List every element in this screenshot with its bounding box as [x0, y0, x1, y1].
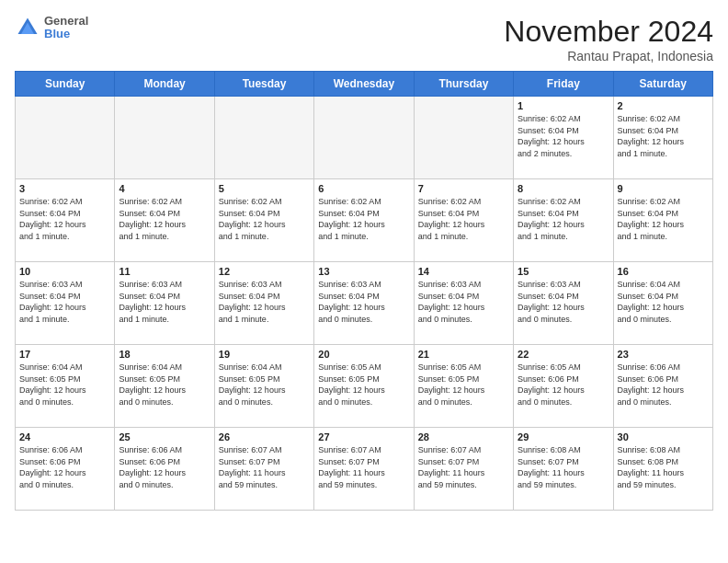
weekday-header-row: SundayMondayTuesdayWednesdayThursdayFrid… — [16, 72, 713, 97]
calendar-cell: 27Sunrise: 6:07 AM Sunset: 6:07 PM Dayli… — [314, 428, 414, 511]
weekday-header: Friday — [514, 72, 613, 97]
calendar-cell: 24Sunrise: 6:06 AM Sunset: 6:06 PM Dayli… — [16, 428, 115, 511]
day-info: Sunrise: 6:04 AM Sunset: 6:05 PM Dayligh… — [19, 362, 110, 408]
calendar-cell: 18Sunrise: 6:04 AM Sunset: 6:05 PM Dayli… — [115, 345, 214, 428]
calendar-cell — [16, 97, 115, 179]
calendar-cell: 4Sunrise: 6:02 AM Sunset: 6:04 PM Daylig… — [115, 179, 214, 262]
day-number: 21 — [418, 349, 509, 360]
day-number: 10 — [19, 266, 110, 277]
calendar-cell — [414, 97, 513, 179]
day-number: 26 — [219, 431, 310, 442]
calendar-cell: 15Sunrise: 6:03 AM Sunset: 6:04 PM Dayli… — [514, 262, 613, 345]
day-number: 24 — [19, 431, 110, 442]
day-info: Sunrise: 6:02 AM Sunset: 6:04 PM Dayligh… — [518, 113, 609, 159]
location-title: Rantau Prapat, Indonesia — [504, 49, 713, 63]
calendar-cell: 19Sunrise: 6:04 AM Sunset: 6:05 PM Dayli… — [214, 345, 313, 428]
calendar-week-row: 10Sunrise: 6:03 AM Sunset: 6:04 PM Dayli… — [16, 262, 713, 345]
day-number: 23 — [618, 349, 709, 360]
day-info: Sunrise: 6:02 AM Sunset: 6:04 PM Dayligh… — [19, 196, 110, 242]
day-info: Sunrise: 6:05 AM Sunset: 6:05 PM Dayligh… — [418, 362, 509, 408]
calendar-cell: 26Sunrise: 6:07 AM Sunset: 6:07 PM Dayli… — [214, 428, 313, 511]
weekday-header: Wednesday — [314, 72, 414, 97]
weekday-header: Saturday — [613, 72, 712, 97]
day-number: 14 — [418, 266, 509, 277]
day-number: 2 — [618, 100, 709, 111]
calendar-cell — [314, 97, 414, 179]
calendar-cell: 3Sunrise: 6:02 AM Sunset: 6:04 PM Daylig… — [16, 179, 115, 262]
calendar-cell: 11Sunrise: 6:03 AM Sunset: 6:04 PM Dayli… — [115, 262, 214, 345]
day-number: 9 — [618, 183, 709, 194]
calendar-week-row: 3Sunrise: 6:02 AM Sunset: 6:04 PM Daylig… — [16, 179, 713, 262]
day-info: Sunrise: 6:06 AM Sunset: 6:06 PM Dayligh… — [119, 444, 210, 490]
day-number: 16 — [618, 266, 709, 277]
day-number: 8 — [518, 183, 609, 194]
title-block: November 2024 Rantau Prapat, Indonesia — [504, 15, 713, 63]
day-info: Sunrise: 6:07 AM Sunset: 6:07 PM Dayligh… — [219, 444, 310, 490]
day-number: 18 — [119, 349, 210, 360]
calendar-week-row: 24Sunrise: 6:06 AM Sunset: 6:06 PM Dayli… — [16, 428, 713, 511]
calendar-cell: 30Sunrise: 6:08 AM Sunset: 6:08 PM Dayli… — [613, 428, 712, 511]
calendar-cell: 28Sunrise: 6:07 AM Sunset: 6:07 PM Dayli… — [414, 428, 513, 511]
day-number: 27 — [318, 431, 409, 442]
day-info: Sunrise: 6:03 AM Sunset: 6:04 PM Dayligh… — [19, 279, 110, 325]
day-number: 11 — [119, 266, 210, 277]
calendar-cell: 2Sunrise: 6:02 AM Sunset: 6:04 PM Daylig… — [613, 97, 712, 179]
day-number: 25 — [119, 431, 210, 442]
day-info: Sunrise: 6:03 AM Sunset: 6:04 PM Dayligh… — [219, 279, 310, 325]
day-info: Sunrise: 6:06 AM Sunset: 6:06 PM Dayligh… — [618, 362, 709, 408]
day-info: Sunrise: 6:05 AM Sunset: 6:05 PM Dayligh… — [318, 362, 409, 408]
day-info: Sunrise: 6:02 AM Sunset: 6:04 PM Dayligh… — [318, 196, 409, 242]
day-info: Sunrise: 6:02 AM Sunset: 6:04 PM Dayligh… — [618, 196, 709, 242]
calendar-cell: 12Sunrise: 6:03 AM Sunset: 6:04 PM Dayli… — [214, 262, 313, 345]
day-number: 4 — [119, 183, 210, 194]
calendar-cell: 16Sunrise: 6:04 AM Sunset: 6:04 PM Dayli… — [613, 262, 712, 345]
calendar-cell: 1Sunrise: 6:02 AM Sunset: 6:04 PM Daylig… — [514, 97, 613, 179]
calendar-cell: 6Sunrise: 6:02 AM Sunset: 6:04 PM Daylig… — [314, 179, 414, 262]
page-header: General Blue November 2024 Rantau Prapat… — [15, 15, 713, 63]
logo: General Blue — [15, 15, 88, 41]
day-info: Sunrise: 6:07 AM Sunset: 6:07 PM Dayligh… — [418, 444, 509, 490]
calendar-cell: 8Sunrise: 6:02 AM Sunset: 6:04 PM Daylig… — [514, 179, 613, 262]
weekday-header: Tuesday — [214, 72, 313, 97]
calendar-cell — [214, 97, 313, 179]
calendar-cell: 13Sunrise: 6:03 AM Sunset: 6:04 PM Dayli… — [314, 262, 414, 345]
day-info: Sunrise: 6:03 AM Sunset: 6:04 PM Dayligh… — [318, 279, 409, 325]
calendar-cell: 22Sunrise: 6:05 AM Sunset: 6:06 PM Dayli… — [514, 345, 613, 428]
day-number: 13 — [318, 266, 409, 277]
day-info: Sunrise: 6:02 AM Sunset: 6:04 PM Dayligh… — [119, 196, 210, 242]
day-number: 29 — [518, 431, 609, 442]
calendar-cell: 7Sunrise: 6:02 AM Sunset: 6:04 PM Daylig… — [414, 179, 513, 262]
calendar-table: SundayMondayTuesdayWednesdayThursdayFrid… — [15, 71, 713, 511]
calendar-header: SundayMondayTuesdayWednesdayThursdayFrid… — [16, 72, 713, 97]
calendar-body: 1Sunrise: 6:02 AM Sunset: 6:04 PM Daylig… — [16, 97, 713, 511]
calendar-cell: 20Sunrise: 6:05 AM Sunset: 6:05 PM Dayli… — [314, 345, 414, 428]
calendar-cell — [115, 97, 214, 179]
calendar-cell: 10Sunrise: 6:03 AM Sunset: 6:04 PM Dayli… — [16, 262, 115, 345]
day-info: Sunrise: 6:08 AM Sunset: 6:07 PM Dayligh… — [518, 444, 609, 490]
day-info: Sunrise: 6:03 AM Sunset: 6:04 PM Dayligh… — [518, 279, 609, 325]
day-number: 22 — [518, 349, 609, 360]
day-number: 19 — [219, 349, 310, 360]
logo-line1: General — [44, 15, 88, 28]
day-info: Sunrise: 6:04 AM Sunset: 6:05 PM Dayligh… — [219, 362, 310, 408]
calendar-cell: 9Sunrise: 6:02 AM Sunset: 6:04 PM Daylig… — [613, 179, 712, 262]
day-info: Sunrise: 6:04 AM Sunset: 6:05 PM Dayligh… — [119, 362, 210, 408]
weekday-header: Thursday — [414, 72, 513, 97]
day-number: 30 — [618, 431, 709, 442]
weekday-header: Monday — [115, 72, 214, 97]
calendar-week-row: 17Sunrise: 6:04 AM Sunset: 6:05 PM Dayli… — [16, 345, 713, 428]
day-number: 1 — [518, 100, 609, 111]
day-info: Sunrise: 6:02 AM Sunset: 6:04 PM Dayligh… — [618, 113, 709, 159]
day-number: 6 — [318, 183, 409, 194]
day-info: Sunrise: 6:02 AM Sunset: 6:04 PM Dayligh… — [518, 196, 609, 242]
day-number: 12 — [219, 266, 310, 277]
logo-line2: Blue — [44, 28, 88, 40]
day-info: Sunrise: 6:03 AM Sunset: 6:04 PM Dayligh… — [418, 279, 509, 325]
day-number: 7 — [418, 183, 509, 194]
day-info: Sunrise: 6:07 AM Sunset: 6:07 PM Dayligh… — [318, 444, 409, 490]
day-number: 20 — [318, 349, 409, 360]
day-info: Sunrise: 6:04 AM Sunset: 6:04 PM Dayligh… — [618, 279, 709, 325]
day-info: Sunrise: 6:06 AM Sunset: 6:06 PM Dayligh… — [19, 444, 110, 490]
day-number: 5 — [219, 183, 310, 194]
day-number: 3 — [19, 183, 110, 194]
